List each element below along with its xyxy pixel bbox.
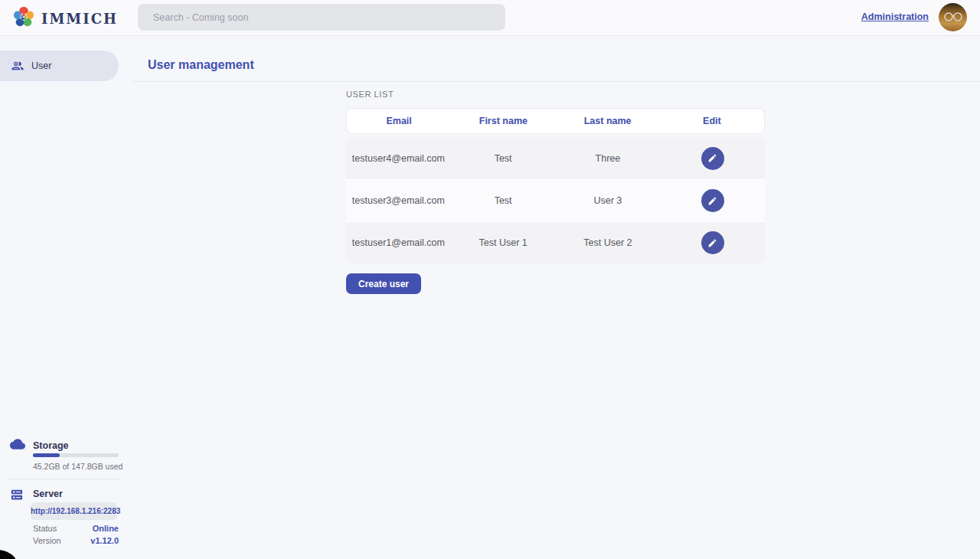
server-version-row: Version v1.12.0	[33, 536, 119, 545]
cell-first-name: Test	[451, 195, 556, 206]
top-bar: IMMICH Administration	[0, 0, 980, 36]
immich-flower-icon	[12, 5, 35, 31]
corner-decoration	[0, 547, 18, 559]
edit-user-button[interactable]	[701, 189, 724, 212]
edit-user-button[interactable]	[701, 147, 724, 170]
cell-email: testuser1@email.com	[346, 237, 451, 248]
pencil-icon	[707, 153, 717, 163]
server-url: http://192.168.1.216:2283	[31, 502, 117, 520]
people-icon	[11, 59, 24, 73]
dns-icon	[10, 488, 24, 505]
column-header-edit: Edit	[660, 116, 764, 126]
cell-first-name: Test	[451, 153, 556, 164]
user-table-body: testuser4@email.com Test Three testuser3…	[346, 137, 765, 263]
table-row: testuser1@email.com Test User 1 Test Use…	[346, 221, 765, 263]
table-row: testuser4@email.com Test Three	[346, 137, 765, 179]
status-value: Online	[93, 524, 119, 533]
cell-email: testuser3@email.com	[346, 195, 451, 206]
storage-usage-text: 45.2GB of 147.8GB used	[33, 462, 122, 471]
version-value: v1.12.0	[90, 536, 119, 545]
server-status-row: Status Online	[33, 524, 119, 533]
app-logo-text: IMMICH	[41, 11, 118, 27]
sidebar-item-user-label: User	[31, 60, 51, 71]
storage-progress-bar	[33, 453, 119, 457]
table-row: testuser3@email.com Test User 3	[346, 179, 765, 221]
cell-last-name: Test User 2	[556, 237, 661, 248]
cell-last-name: User 3	[556, 195, 661, 206]
immich-admin-screen: IMMICH Administration User User manageme…	[0, 0, 980, 559]
column-header-email: Email	[347, 116, 451, 126]
pencil-icon	[707, 196, 717, 206]
search-input[interactable]	[138, 4, 505, 31]
create-user-button[interactable]: Create user	[346, 273, 421, 294]
server-title: Server	[33, 489, 63, 499]
pencil-icon	[707, 238, 717, 248]
sidebar-item-user[interactable]: User	[0, 51, 119, 81]
cloud-icon	[10, 439, 25, 453]
search-box	[138, 4, 505, 31]
column-header-last-name: Last name	[556, 116, 660, 126]
user-list-heading: USER LIST	[346, 90, 394, 99]
user-avatar[interactable]	[939, 3, 967, 31]
cell-first-name: Test User 1	[451, 237, 556, 248]
version-label: Version	[33, 536, 61, 545]
administration-link[interactable]: Administration	[861, 11, 929, 22]
storage-title: Storage	[33, 440, 69, 451]
column-header-first-name: First name	[451, 116, 555, 126]
panel-divider	[8, 479, 119, 479]
cell-last-name: Three	[556, 153, 661, 164]
page-title: User management	[148, 58, 254, 72]
glasses-icon	[942, 11, 965, 22]
user-table-header: Email First name Last name Edit	[346, 108, 765, 134]
status-label: Status	[33, 524, 57, 533]
edit-user-button[interactable]	[701, 231, 724, 254]
cell-email: testuser4@email.com	[346, 153, 451, 164]
header-divider	[131, 81, 980, 82]
app-logo[interactable]: IMMICH	[12, 5, 118, 31]
storage-progress-fill	[33, 453, 60, 457]
